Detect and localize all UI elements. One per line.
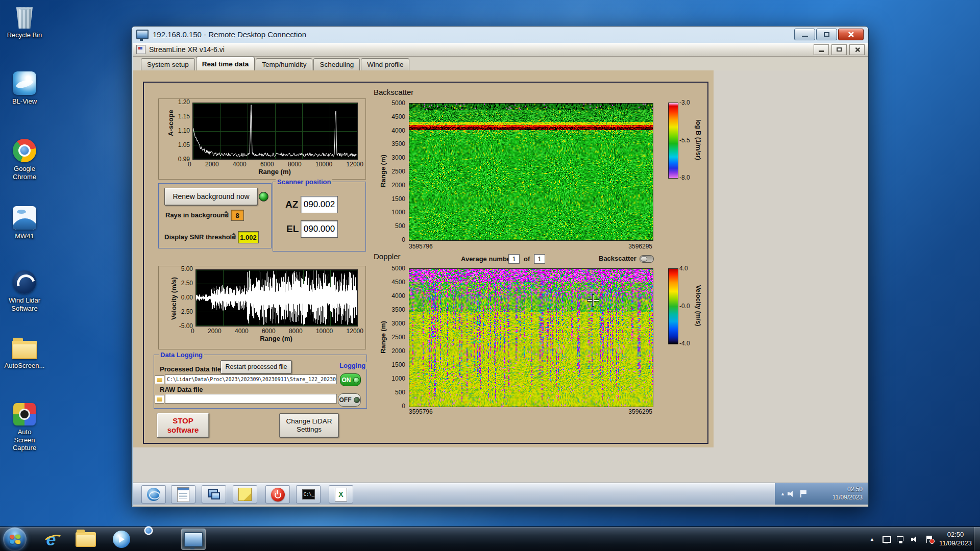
backscatter-x-ticks: 35957963596295: [409, 243, 652, 250]
browser-icon: [147, 488, 160, 501]
folder-icon: [12, 341, 37, 359]
close-icon: [848, 31, 854, 38]
remote-taskbar-cmd-button[interactable]: C:\_: [296, 485, 321, 504]
tab-temp-humidity[interactable]: Temp/humidity: [256, 58, 312, 70]
desktop-icon-mw41[interactable]: MW41: [0, 206, 49, 240]
el-label: EL: [286, 223, 299, 235]
tick-label: 4000: [391, 127, 405, 134]
remote-volume-icon[interactable]: [787, 490, 796, 498]
az-label: AZ: [285, 199, 298, 210]
az-field[interactable]: 090.002: [301, 196, 338, 213]
tab-strip: System setup Real time data Temp/humidit…: [133, 57, 868, 70]
restart-processed-file-button[interactable]: Restart processed file: [220, 360, 292, 374]
desktop-icon-label: BL-View: [12, 97, 37, 106]
raw-file-browse-button[interactable]: [155, 395, 164, 404]
remote-taskbar-rdp-config-button[interactable]: [202, 485, 226, 504]
tray-action-center-icon[interactable]: [925, 535, 934, 543]
tab-real-time-data[interactable]: Real time data: [196, 57, 255, 70]
rays-value-field[interactable]: 8: [231, 210, 244, 221]
desktop-icon-wind-lidar-software[interactable]: Wind Lidar Software: [0, 270, 49, 312]
app-close-button[interactable]: [849, 44, 865, 55]
average-total-field[interactable]: 1: [534, 254, 545, 264]
processed-path-field[interactable]: C:\Lidar\Data\Proc\2023\202309\20230911\…: [165, 374, 337, 384]
raw-path-field[interactable]: [165, 394, 337, 404]
rays-spinner[interactable]: [223, 209, 229, 219]
backscatter-toggle-label: Backscatter: [599, 255, 636, 262]
tab-scheduling[interactable]: Scheduling: [313, 58, 360, 70]
remote-taskbar-excel-button[interactable]: X: [329, 485, 353, 504]
app-restore-button[interactable]: [831, 44, 847, 55]
remote-taskbar-notepad-button[interactable]: [171, 485, 195, 504]
minimize-icon: [802, 36, 808, 37]
taskbar-explorer-button[interactable]: [74, 529, 98, 550]
tick-label: -0.0: [679, 303, 690, 310]
remote-taskbar-browser-button[interactable]: [141, 485, 166, 504]
stop-software-button[interactable]: STOP software: [157, 413, 209, 438]
app-title: StreamLine XR v14-6.vi: [149, 45, 225, 54]
taskbar-ie-button[interactable]: e: [39, 529, 63, 550]
tick-label: 3595796: [409, 408, 433, 415]
remote-taskbar-power-button[interactable]: [265, 485, 290, 504]
tray-rdp-icon[interactable]: [882, 535, 891, 543]
desktop-icon-auto-screen-capture[interactable]: Auto Screen Capture: [0, 403, 49, 452]
average-number-field[interactable]: 1: [508, 254, 520, 264]
change-lidar-settings-button[interactable]: Change LiDAR Settings: [279, 413, 339, 438]
velocity-plot[interactable]: [195, 269, 358, 327]
start-button[interactable]: [3, 528, 27, 551]
doppler-plot[interactable]: [409, 268, 653, 407]
snr-spinner[interactable]: [231, 231, 236, 241]
ascope-x-axis-label: Range (m): [192, 168, 357, 176]
remote-tray-expand-button[interactable]: ▲: [775, 491, 787, 496]
rdp-titlebar[interactable]: 192.168.0.150 - Remote Desktop Connectio…: [132, 27, 868, 42]
backscatter-plot[interactable]: [409, 103, 653, 241]
rdp-icon: [136, 30, 149, 39]
tray-volume-icon[interactable]: [911, 535, 919, 543]
desktop-icon-recycle-bin[interactable]: Recycle Bin: [0, 5, 49, 39]
remote-action-center-icon[interactable]: [799, 490, 807, 498]
taskbar-clock[interactable]: 02:50 11/09/2023: [939, 531, 972, 548]
app-minimize-button[interactable]: [814, 44, 829, 55]
tab-system-setup[interactable]: System setup: [141, 58, 195, 70]
renew-background-button[interactable]: Renew background now: [164, 188, 258, 206]
tick-label: 0.00: [181, 294, 193, 301]
rdp-maximize-button[interactable]: [816, 29, 837, 40]
stop-label-line1: STOP: [173, 416, 193, 425]
tick-label: 6000: [262, 328, 276, 335]
show-desktop-button[interactable]: [974, 527, 980, 551]
tray-network-icon[interactable]: [896, 535, 905, 543]
tray-expand-button[interactable]: ▲: [868, 537, 876, 542]
taskbar-chrome-button[interactable]: [145, 529, 169, 550]
wind-lidar-icon: [13, 270, 36, 294]
tick-label: 2000: [391, 182, 405, 189]
rdp-close-button[interactable]: [838, 29, 864, 40]
auto-screen-capture-icon: [13, 403, 36, 425]
rdp-client-area: StreamLine XR v14-6.vi System setup Real…: [133, 43, 868, 507]
remote-taskbar-sticky-notes-button[interactable]: [233, 485, 257, 504]
processed-file-browse-button[interactable]: [155, 375, 164, 384]
processed-logging-on-toggle[interactable]: ON: [340, 373, 361, 386]
tick-label: 1.15: [178, 113, 190, 120]
taskbar-rdp-button[interactable]: [181, 529, 206, 550]
tick-label: 12000: [347, 328, 363, 335]
ascope-plot[interactable]: [192, 103, 358, 160]
rdp-minimize-button[interactable]: [794, 29, 815, 40]
raw-logging-off-toggle[interactable]: OFF: [338, 393, 361, 407]
snr-value-field[interactable]: 1.002: [238, 231, 259, 243]
el-field[interactable]: 090.000: [301, 220, 338, 238]
taskbar-media-player-button[interactable]: [109, 529, 134, 550]
tick-label: -8.0: [679, 174, 690, 181]
tick-label: 0: [402, 236, 405, 243]
app-titlebar[interactable]: StreamLine XR v14-6.vi: [133, 43, 868, 57]
desktop-icon-bl-view[interactable]: BL-View: [0, 71, 49, 106]
remote-clock[interactable]: 02:50 11/09/2023: [832, 486, 868, 502]
velocity-x-axis-label: Range (m): [195, 335, 357, 342]
desktop-icon-autoscreen[interactable]: AutoScreen...: [0, 337, 49, 370]
desktop-icon-label: AutoScreen...: [5, 362, 45, 370]
settings-label-line1: Change LiDAR: [286, 417, 332, 425]
average-number-label: Average number: [461, 255, 513, 263]
power-icon: [271, 488, 285, 502]
media-player-icon: [113, 531, 130, 548]
backscatter-toggle[interactable]: [640, 255, 654, 263]
desktop-icon-google-chrome[interactable]: Google Chrome: [0, 139, 49, 181]
tab-wind-profile[interactable]: Wind profile: [361, 58, 409, 70]
